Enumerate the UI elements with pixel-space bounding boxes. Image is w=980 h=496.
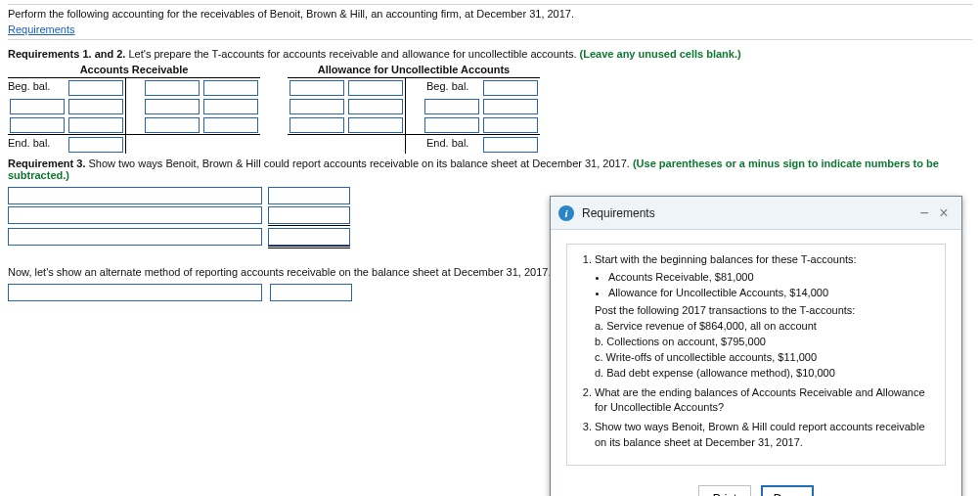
allow-input[interactable] xyxy=(290,117,344,133)
allow-input[interactable] xyxy=(348,80,403,96)
ar-input[interactable] xyxy=(145,80,200,96)
requirements-dialog: i Requirements − × Start with the beginn… xyxy=(550,196,962,305)
t-accounts: Accounts Receivable Beg. bal. End. xyxy=(8,64,972,154)
info-icon: i xyxy=(558,205,574,221)
ar-input[interactable] xyxy=(203,99,258,114)
ar-end-bal-label: End. bal. xyxy=(8,135,67,154)
dialog-title: Requirements xyxy=(582,206,914,220)
allow-beg-bal-label: Beg. bal. xyxy=(423,78,481,97)
allow-input[interactable] xyxy=(483,137,538,153)
allow-input[interactable] xyxy=(290,80,344,96)
allow-input[interactable] xyxy=(348,117,403,133)
ar-title: Accounts Receivable xyxy=(8,64,260,75)
req12-hint: (Leave any unused cells blank.) xyxy=(580,48,741,60)
ar-input[interactable] xyxy=(203,80,258,96)
ar-input[interactable] xyxy=(10,117,65,133)
alt-input[interactable] xyxy=(8,284,262,301)
close-icon[interactable]: × xyxy=(934,204,954,222)
ar-input[interactable] xyxy=(68,137,123,153)
allow-title: Allowance for Uncollectible Accounts xyxy=(288,64,540,75)
alt-input[interactable] xyxy=(270,284,352,301)
req3-heading: Requirement 3. Show two ways Benoit, Bro… xyxy=(8,158,972,181)
req-item-1: Start with the beginning balances for th… xyxy=(595,252,935,305)
dialog-body: Start with the beginning balances for th… xyxy=(551,230,961,305)
allow-input[interactable] xyxy=(424,99,479,114)
allow-input[interactable] xyxy=(483,80,538,96)
dialog-header: i Requirements − × xyxy=(551,197,961,230)
allow-input[interactable] xyxy=(348,99,403,114)
ar-input[interactable] xyxy=(145,99,200,114)
ar-input[interactable] xyxy=(68,99,123,114)
req3-label: Requirement 3. xyxy=(8,158,85,169)
r3-input[interactable] xyxy=(268,206,350,224)
req12-heading: Requirements 1. and 2. Let's prepare the… xyxy=(8,48,972,60)
ar-input[interactable] xyxy=(145,117,200,133)
ar-end-row: End. bal. xyxy=(8,134,260,154)
ar-beg-bal-label: Beg. bal. xyxy=(8,78,67,97)
ar-grid: Beg. bal. xyxy=(8,77,260,134)
t-account-ar: Accounts Receivable Beg. bal. End. xyxy=(8,64,260,154)
req3-text: Show two ways Benoit, Brown & Hill could… xyxy=(85,158,632,169)
allow-input[interactable] xyxy=(483,117,538,133)
allow-end-row: End. bal. xyxy=(288,134,540,154)
ar-input[interactable] xyxy=(10,99,65,114)
allow-input[interactable] xyxy=(483,99,538,114)
dialog-content: Start with the beginning balances for th… xyxy=(566,244,946,305)
requirements-link[interactable]: Requirements xyxy=(8,23,74,35)
req12-text: Let's prepare the T-accounts for account… xyxy=(125,48,579,60)
divider xyxy=(8,39,972,40)
r3-input[interactable] xyxy=(268,228,350,246)
allow-grid: Beg. bal. xyxy=(288,77,540,134)
ar-input[interactable] xyxy=(203,117,258,133)
ar-input[interactable] xyxy=(68,80,123,96)
allow-input[interactable] xyxy=(290,99,344,114)
ar-input[interactable] xyxy=(68,117,123,133)
intro-text: Perform the following accounting for the… xyxy=(8,8,972,22)
allow-end-bal-label: End. bal. xyxy=(423,135,481,154)
req12-label: Requirements 1. and 2. xyxy=(8,48,125,60)
r3-input[interactable] xyxy=(8,228,262,246)
t-account-allowance: Allowance for Uncollectible Accounts Beg… xyxy=(288,64,540,154)
bullet: Accounts Receivable, $81,000 xyxy=(608,270,935,286)
bullet: Allowance for Uncollectible Accounts, $1… xyxy=(608,286,935,301)
minimize-icon[interactable]: − xyxy=(914,204,934,222)
req1-lead: Start with the beginning balances for th… xyxy=(595,253,857,265)
req1-post: Post the following 2017 transactions to … xyxy=(595,303,935,305)
underline xyxy=(268,225,350,226)
r3-input[interactable] xyxy=(8,187,262,204)
double-underline xyxy=(268,246,350,248)
r3-input[interactable] xyxy=(8,206,262,224)
allow-input[interactable] xyxy=(424,117,479,133)
r3-input[interactable] xyxy=(268,187,350,204)
